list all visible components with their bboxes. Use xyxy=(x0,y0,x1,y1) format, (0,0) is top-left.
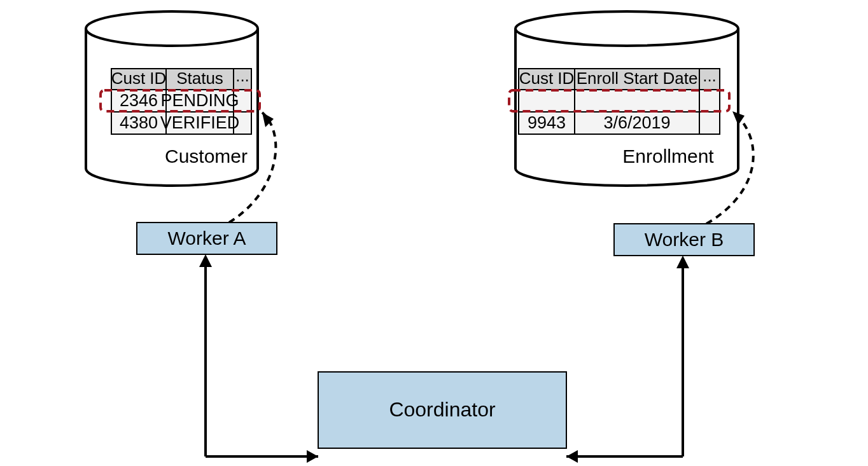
svg-point-10 xyxy=(515,11,738,46)
customer-header-more: ... xyxy=(235,66,249,85)
svg-marker-28 xyxy=(676,256,689,268)
customer-row0-id: 2346 xyxy=(120,91,158,110)
svg-rect-19 xyxy=(699,112,720,134)
svg-marker-29 xyxy=(566,450,578,463)
coordinator-label: Coordinator xyxy=(389,398,496,421)
architecture-diagram: Cust ID Status ... 2346 PENDING 4380 VER… xyxy=(0,0,868,466)
svg-marker-25 xyxy=(307,450,318,463)
enrollment-row1-date: 3/6/2019 xyxy=(603,113,670,132)
enrollment-header-more: ... xyxy=(703,66,717,85)
arrow-coordinator-worker-a-icon xyxy=(199,254,318,463)
customer-row1-status: VERIFIED xyxy=(160,113,240,132)
database-cylinder-enrollment: Cust ID Enroll Start Date ... 9943 3/6/2… xyxy=(509,11,738,186)
svg-rect-15 xyxy=(575,90,699,112)
cylinder-b-label: Enrollment xyxy=(622,146,714,167)
svg-rect-14 xyxy=(519,90,575,112)
database-cylinder-customer: Cust ID Status ... 2346 PENDING 4380 VER… xyxy=(86,11,260,186)
arrow-coordinator-worker-b-icon xyxy=(566,256,689,463)
customer-row0-status: PENDING xyxy=(160,91,239,110)
customer-row1-id: 4380 xyxy=(120,113,158,132)
svg-point-0 xyxy=(86,11,258,46)
enrollment-header-custid: Cust ID xyxy=(519,69,575,88)
customer-header-custid: Cust ID xyxy=(111,69,167,88)
customer-table: Cust ID Status ... 2346 PENDING 4380 VER… xyxy=(101,66,260,134)
cylinder-a-label: Customer xyxy=(165,146,248,167)
enrollment-header-date: Enroll Start Date xyxy=(577,69,698,88)
svg-marker-24 xyxy=(199,254,212,267)
enrollment-table: Cust ID Enroll Start Date ... 9943 3/6/2… xyxy=(509,66,729,134)
enrollment-row1-id: 9943 xyxy=(528,113,566,132)
svg-rect-16 xyxy=(699,90,720,112)
customer-header-status: Status xyxy=(176,69,223,88)
worker-a-label: Worker A xyxy=(168,228,246,249)
worker-b-label: Worker B xyxy=(645,229,724,250)
